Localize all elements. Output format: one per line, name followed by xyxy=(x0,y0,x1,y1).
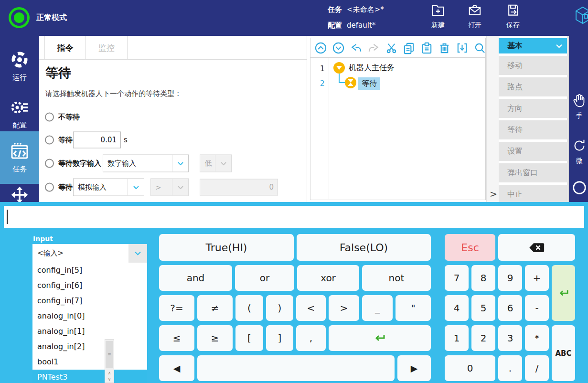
command-button-set[interactable]: 设置 xyxy=(499,142,567,161)
tab-monitor[interactable]: 监控 xyxy=(86,36,128,60)
command-button-move[interactable]: 移动 xyxy=(499,56,567,75)
key-5[interactable]: 5 xyxy=(471,295,495,321)
key-rparen[interactable]: ) xyxy=(266,295,293,321)
key-not-equal[interactable]: ≠ xyxy=(197,295,233,321)
tab-instruction[interactable]: 指令 xyxy=(44,36,86,60)
key-1[interactable]: 1 xyxy=(445,325,469,351)
list-item[interactable]: config_in[7] xyxy=(32,293,147,309)
command-button-popup[interactable]: 弹出窗口 xyxy=(499,163,567,182)
key-minus[interactable]: - xyxy=(525,295,549,321)
expression-input[interactable] xyxy=(4,206,584,228)
wait-time-input[interactable]: 0.01 xyxy=(73,132,121,149)
key-lparen[interactable]: ( xyxy=(235,295,263,321)
key-9[interactable]: 9 xyxy=(498,265,522,291)
radio-wait-time[interactable] xyxy=(45,136,54,145)
key-quote[interactable]: " xyxy=(396,295,431,321)
key-4[interactable]: 4 xyxy=(445,295,469,321)
key-enter-wide[interactable] xyxy=(329,325,431,351)
key-0[interactable]: 0 xyxy=(445,355,495,381)
digital-level-select[interactable]: 低 xyxy=(200,155,232,172)
key-true-hi[interactable]: True(HI) xyxy=(159,234,294,261)
key-greater-than[interactable]: > xyxy=(329,295,359,321)
key-abc-mode[interactable]: ABC xyxy=(552,325,575,381)
list-scrollbar[interactable]: ≡ ∧ ∨ xyxy=(105,339,114,383)
hand-guide-button[interactable]: 手 xyxy=(569,92,588,120)
paste-button[interactable] xyxy=(420,42,433,54)
analog-input-select[interactable]: 模拟输入 xyxy=(73,179,144,196)
scrollbar-thumb[interactable]: ≡ xyxy=(106,341,113,368)
robot-3d-view-icon[interactable] xyxy=(572,4,588,31)
redo-button[interactable] xyxy=(367,42,380,54)
new-task-button[interactable]: 新建 xyxy=(423,3,453,30)
key-7[interactable]: 7 xyxy=(445,265,469,291)
cut-button[interactable] xyxy=(385,42,398,54)
key-or[interactable]: or xyxy=(235,265,294,291)
sidebar-item-run[interactable]: 运行 xyxy=(0,42,39,89)
key-2[interactable]: 2 xyxy=(471,325,495,351)
key-dot[interactable]: . xyxy=(498,355,522,381)
save-task-button[interactable]: 保存 xyxy=(498,3,528,30)
key-star[interactable]: * xyxy=(525,325,549,351)
input-variable-select[interactable]: <输入> xyxy=(32,244,147,263)
list-item[interactable]: config_in[6] xyxy=(32,278,147,293)
key-xor[interactable]: xor xyxy=(297,265,359,291)
open-task-button[interactable]: 打开 xyxy=(460,3,490,30)
move-up-button[interactable] xyxy=(314,42,327,54)
jog-button[interactable]: 微 xyxy=(569,137,588,165)
key-lbracket[interactable]: [ xyxy=(235,325,263,351)
key-underscore[interactable]: _ xyxy=(362,295,393,321)
undo-button[interactable] xyxy=(350,42,363,54)
key-not[interactable]: not xyxy=(362,265,431,291)
command-button-abort[interactable]: 中止 xyxy=(499,185,567,204)
copy-button[interactable] xyxy=(403,42,416,54)
main-task-node-icon[interactable] xyxy=(333,62,345,74)
scroll-up-icon[interactable]: ∧ xyxy=(105,370,114,376)
command-button-direction[interactable]: 方向 xyxy=(499,99,567,118)
key-backspace[interactable] xyxy=(498,234,575,261)
key-less-equal[interactable]: ≤ xyxy=(159,325,194,351)
key-8[interactable]: 8 xyxy=(471,265,495,291)
key-6[interactable]: 6 xyxy=(498,295,522,321)
strip-circle-button[interactable] xyxy=(569,179,588,198)
radio-wait-digital[interactable] xyxy=(45,159,54,168)
command-button-wait[interactable]: 等待 xyxy=(499,120,567,139)
move-down-button[interactable] xyxy=(332,42,345,54)
key-cursor-left[interactable]: ◀ xyxy=(159,355,194,381)
analog-compare-select[interactable]: > xyxy=(150,179,189,196)
insert-button[interactable] xyxy=(456,42,469,54)
category-dropdown-basic[interactable]: 基本 xyxy=(499,38,567,53)
key-plus[interactable]: + xyxy=(525,265,549,291)
digital-input-select[interactable]: 数字输入 xyxy=(103,155,189,172)
scroll-down-icon[interactable]: ∨ xyxy=(105,376,114,383)
key-enter[interactable] xyxy=(552,265,575,321)
key-3[interactable]: 3 xyxy=(498,325,522,351)
key-rbracket[interactable]: ] xyxy=(266,325,293,351)
list-item[interactable]: analog_in[0] xyxy=(32,309,147,324)
key-slash[interactable]: / xyxy=(525,355,549,381)
list-item[interactable]: analog_in[2] xyxy=(32,339,147,354)
radio-wait-analog[interactable] xyxy=(45,183,54,192)
tree-row-main-task[interactable]: 机器人主任务 xyxy=(349,62,395,74)
list-item-selected[interactable]: PNTest3 xyxy=(32,370,147,383)
list-item[interactable]: analog_in[1] xyxy=(32,324,147,339)
radio-no-wait[interactable] xyxy=(45,113,54,122)
key-space[interactable] xyxy=(197,355,395,381)
search-icon[interactable] xyxy=(473,42,486,54)
list-item[interactable]: config_in[5] xyxy=(32,263,147,278)
key-and[interactable]: and xyxy=(159,265,232,291)
sidebar-item-config[interactable]: 配置 xyxy=(0,89,39,137)
sidebar-item-task[interactable]: 任务 xyxy=(0,131,39,184)
key-assign[interactable]: ?= xyxy=(159,295,194,321)
key-false-lo[interactable]: False(LO) xyxy=(297,234,431,261)
key-comma[interactable]: , xyxy=(296,325,326,351)
delete-button[interactable] xyxy=(438,42,451,54)
command-button-waypoint[interactable]: 路点 xyxy=(499,77,567,96)
key-esc[interactable]: Esc xyxy=(445,234,495,261)
analog-threshold-input[interactable]: 0 xyxy=(200,179,278,196)
key-greater-equal[interactable]: ≥ xyxy=(197,325,233,351)
key-less-than[interactable]: < xyxy=(296,295,326,321)
expand-panel-chevron[interactable]: > xyxy=(490,189,497,199)
list-item[interactable]: bool1 xyxy=(32,354,147,370)
tree-row-wait[interactable]: 等待 xyxy=(358,77,380,90)
wait-node-icon[interactable] xyxy=(345,77,356,88)
